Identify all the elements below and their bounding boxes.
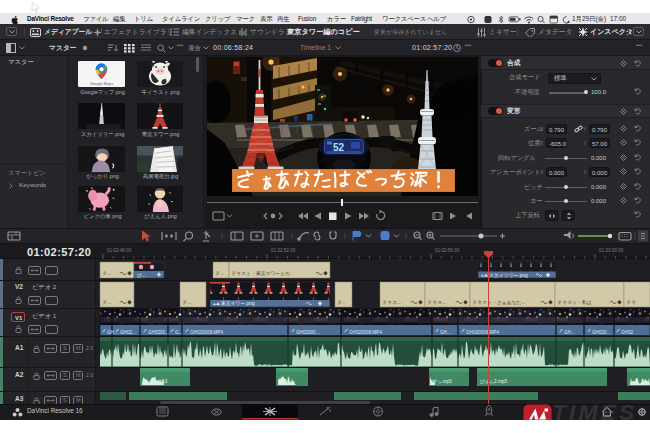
svg-text:テキス...: テキス... <box>383 300 402 305</box>
svg-text:GH020008.MP4: GH020008.MP4 <box>466 330 499 335</box>
svg-text:01:02:48:00: 01:02:48:00 <box>107 248 132 253</box>
svg-text:M テ...: M テ... <box>279 379 293 384</box>
svg-text:東京タワー.png: 東京タワー.png <box>221 300 255 306</box>
svg-text:G...: G... <box>175 330 182 335</box>
svg-text:テ...: テ... <box>103 300 112 305</box>
svg-text:GH...: GH... <box>564 330 575 335</box>
svg-text:テ...: テ... <box>216 271 225 276</box>
svg-text:GH020008.MP4: GH020008.MP4 <box>190 330 223 335</box>
svg-text:テキ: テキ <box>627 300 637 305</box>
svg-text:GH02: GH02 <box>621 330 633 335</box>
svg-text:ぴ...: ぴ... <box>137 273 146 278</box>
svg-text:GH5200...: GH5200... <box>148 330 169 335</box>
svg-text:01:03:00:00: 01:03:00:00 <box>599 248 624 253</box>
svg-text:GH...: GH... <box>440 330 451 335</box>
svg-text:GH020008.MP4: GH020008.MP4 <box>349 330 382 335</box>
svg-text:GH020...: GH020... <box>592 330 610 335</box>
svg-text:52: 52 <box>333 142 345 153</box>
svg-text:テキスト・私は: テキスト・私は <box>558 299 592 306</box>
svg-text:01:02:52:00: 01:02:52:00 <box>271 248 296 253</box>
svg-text:テ...: テ... <box>183 300 192 305</box>
svg-text:ぴえん2.mp3: ぴえん2.mp3 <box>480 379 507 384</box>
svg-text:テ...: テ... <box>103 271 112 276</box>
svg-text:GH02...: GH02... <box>120 330 136 335</box>
svg-text:テキス...: テキス... <box>428 300 447 305</box>
svg-text:テ..: テ.. <box>338 300 346 305</box>
svg-text:01:02:56:00: 01:02:56:00 <box>435 248 460 253</box>
svg-text:ぴっ.mp3: ぴっ.mp3 <box>432 379 452 384</box>
svg-text:Google Maps: Google Maps <box>90 81 113 86</box>
svg-text:GH02000...: GH02000... <box>296 330 320 335</box>
svg-text:テキスト・東京タワーとの: テキスト・東京タワーとの <box>232 270 291 276</box>
